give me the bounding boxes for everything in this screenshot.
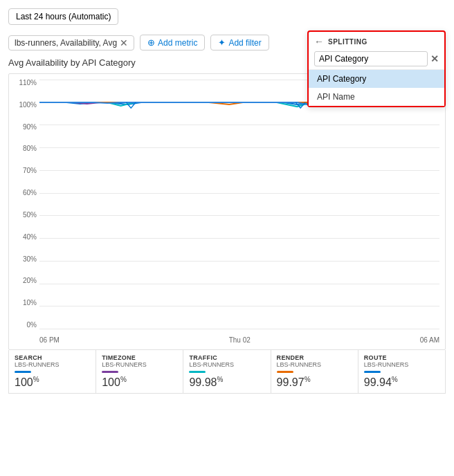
legend-value: 99.97%: [277, 376, 352, 389]
legend-value: 100%: [102, 376, 177, 389]
add-filter-label: Add filter: [228, 38, 261, 48]
y-label-50: 50%: [23, 212, 37, 219]
splitting-section-label: SPLITTING: [328, 38, 439, 46]
x-axis: 06 PM Thu 02 06 AM: [39, 336, 439, 344]
y-label-0: 0%: [27, 322, 37, 329]
chart-area: [39, 80, 439, 329]
y-label-70: 70%: [23, 167, 37, 174]
legend-sub: LBS-RUNNERS: [15, 361, 90, 368]
y-label-80: 80%: [23, 145, 37, 152]
splitting-dropdown-options: API Category API Name: [309, 69, 444, 106]
y-label-110: 110%: [19, 80, 37, 86]
splitting-select-wrapper: API Category API Name: [314, 51, 428, 66]
legend-item: TIMEZONE LBS-RUNNERS 100%: [96, 350, 183, 393]
legend-name: SEARCH: [15, 354, 90, 361]
time-range-label: Last 24 hours (Automatic): [16, 12, 111, 21]
splitting-option-api-name[interactable]: API Name: [309, 88, 444, 106]
legend-sub: LBS-RUNNERS: [102, 361, 177, 368]
legend-value: 100%: [15, 376, 90, 389]
add-metric-button[interactable]: ⊕ Add metric: [140, 35, 205, 51]
legend-item: SEARCH LBS-RUNNERS 100%: [9, 350, 96, 393]
legend-sub: LBS-RUNNERS: [277, 361, 352, 368]
y-label-40: 40%: [23, 234, 37, 241]
legend-name: RENDER: [277, 354, 352, 361]
add-metric-icon: ⊕: [147, 37, 155, 48]
legend-color-bar: [277, 371, 293, 373]
chart-container: 110% 100% 90% 80% 70% 60% 50% 40% 30% 20…: [8, 73, 446, 350]
splitting-close-icon[interactable]: ✕: [430, 53, 439, 64]
legend-color-bar: [189, 371, 206, 373]
grid-line: [39, 329, 439, 329]
x-label-06pm: 06 PM: [39, 336, 60, 344]
legend-name: TRAFFIC: [189, 354, 264, 361]
splitting-select[interactable]: API Category API Name: [314, 51, 428, 66]
x-label-thu02: Thu 02: [229, 336, 251, 344]
y-label-100: 100%: [19, 102, 37, 109]
toolbar: lbs-runners, Availability, Avg ✕ ⊕ Add m…: [8, 35, 446, 51]
legend-color-bar: [102, 371, 118, 373]
splitting-option-api-category[interactable]: API Category: [309, 70, 444, 88]
legend-item: TRAFFIC LBS-RUNNERS 99.98%: [183, 350, 271, 393]
metric-tag: lbs-runners, Availability, Avg ✕: [8, 35, 134, 51]
toolbar-left: lbs-runners, Availability, Avg ✕ ⊕ Add m…: [8, 35, 269, 51]
add-metric-label: Add metric: [158, 38, 197, 48]
metric-tag-label: lbs-runners, Availability, Avg: [15, 38, 117, 48]
x-label-06am: 06 AM: [420, 336, 439, 344]
metric-tag-close-icon[interactable]: ✕: [120, 38, 128, 48]
add-filter-icon: ✦: [218, 37, 226, 48]
y-label-10: 10%: [23, 300, 37, 306]
legend-sub: LBS-RUNNERS: [364, 361, 439, 368]
add-filter-button[interactable]: ✦ Add filter: [210, 35, 269, 51]
splitting-panel: ← SPLITTING API Category API Name ✕ API …: [307, 30, 446, 107]
y-label-90: 90%: [23, 124, 37, 131]
legend-name: TIMEZONE: [102, 354, 177, 361]
splitting-back-icon[interactable]: ←: [314, 36, 324, 47]
y-label-30: 30%: [23, 256, 37, 263]
chart-svg: [39, 80, 439, 329]
y-label-60: 60%: [23, 190, 37, 196]
legend-sub: LBS-RUNNERS: [189, 361, 264, 368]
splitting-header: ← SPLITTING: [309, 32, 444, 50]
legend-bar: SEARCH LBS-RUNNERS 100% TIMEZONE LBS-RUN…: [8, 350, 446, 394]
time-range-button[interactable]: Last 24 hours (Automatic): [8, 8, 118, 25]
y-label-20: 20%: [23, 277, 37, 284]
legend-item: ROUTE LBS-RUNNERS 99.94%: [358, 350, 445, 393]
splitting-select-row: API Category API Name ✕: [309, 50, 444, 69]
legend-item: RENDER LBS-RUNNERS 99.97%: [271, 350, 358, 393]
legend-value: 99.98%: [189, 376, 264, 389]
legend-value: 99.94%: [364, 376, 439, 389]
legend-color-bar: [364, 371, 381, 373]
legend-color-bar: [15, 371, 31, 373]
legend-name: ROUTE: [364, 354, 439, 361]
y-axis: 110% 100% 90% 80% 70% 60% 50% 40% 30% 20…: [9, 80, 39, 329]
